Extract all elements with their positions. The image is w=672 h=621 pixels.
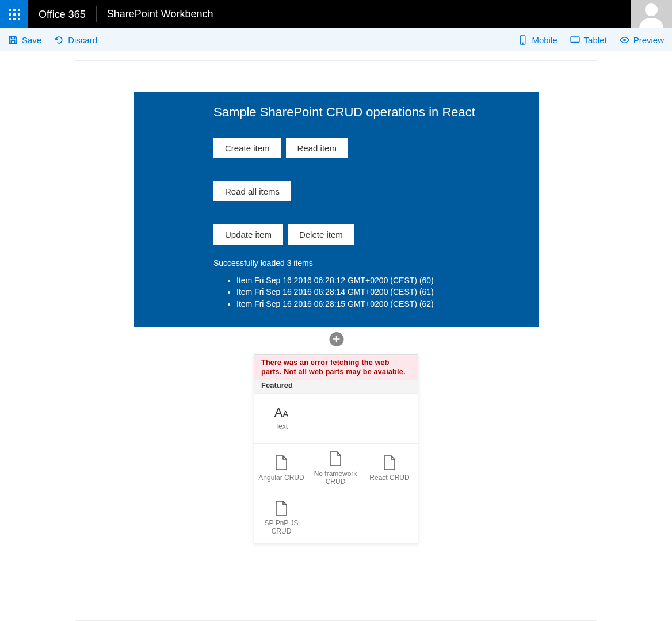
update-item-button[interactable]: Update item (213, 224, 283, 245)
svg-rect-6 (9, 18, 11, 20)
picker-item-no-framework-crud[interactable]: No framework CRUD (308, 444, 362, 493)
picker-label: No framework CRUD (312, 470, 358, 486)
eye-icon (620, 35, 629, 45)
picker-heading: Featured (254, 380, 418, 394)
picker-label: Text (275, 422, 288, 430)
brand-label: Office 365 (28, 6, 97, 22)
status-message: Successfully loaded 3 items (213, 258, 528, 268)
create-item-button[interactable]: Create item (213, 138, 281, 158)
save-icon (8, 35, 18, 45)
results-list: Item Fri Sep 16 2016 06:28:12 GMT+0200 (… (213, 275, 528, 310)
crud-webpart: Sample SharePoint CRUD operations in Rea… (134, 92, 539, 327)
mobile-icon (518, 35, 528, 45)
command-bar: Save Discard Mobile Tablet Preview (0, 28, 672, 51)
user-avatar[interactable] (631, 0, 672, 28)
svg-point-13 (623, 39, 625, 41)
svg-rect-0 (9, 9, 11, 11)
picker-label: SP PnP JS CRUD (258, 519, 304, 536)
picker-label: Angular CRUD (258, 474, 304, 482)
tablet-label: Tablet (584, 35, 607, 45)
preview-button[interactable]: Preview (620, 35, 664, 45)
read-all-items-button[interactable]: Read all items (213, 181, 291, 201)
waffle-icon (9, 9, 20, 20)
save-label: Save (22, 35, 41, 45)
svg-rect-7 (13, 18, 16, 20)
list-item: Item Fri Sep 16 2016 06:28:15 GMT+0200 (… (236, 298, 528, 310)
save-button[interactable]: Save (8, 35, 41, 45)
mobile-button[interactable]: Mobile (518, 35, 557, 45)
list-item: Item Fri Sep 16 2016 06:28:12 GMT+0200 (… (236, 275, 528, 286)
read-item-button[interactable]: Read item (286, 138, 348, 158)
picker-error: There was an error fetching the web part… (254, 355, 418, 380)
text-icon: AA (274, 406, 289, 419)
button-row-1: Create item Read item (213, 138, 528, 158)
page-icon (275, 455, 288, 470)
section-divider (119, 340, 553, 354)
picker-item-text[interactable]: AA Text (254, 394, 308, 443)
preview-label: Preview (633, 35, 664, 45)
app-launcher-waffle[interactable] (0, 0, 28, 28)
picker-item-react-crud[interactable]: React CRUD (362, 444, 417, 493)
svg-point-9 (645, 3, 658, 16)
picker-item-sp-pnp-crud[interactable]: SP PnP JS CRUD (254, 493, 308, 543)
button-row-3: Update item Delete item (213, 224, 528, 245)
undo-icon (54, 35, 64, 45)
page-icon (383, 455, 396, 470)
svg-rect-12 (571, 36, 579, 41)
page-icon (275, 501, 288, 516)
discard-label: Discard (68, 35, 97, 45)
add-webpart-button[interactable] (329, 332, 343, 346)
svg-rect-2 (18, 9, 20, 11)
svg-rect-8 (18, 18, 20, 20)
picker-item-angular-crud[interactable]: Angular CRUD (254, 444, 308, 493)
tablet-button[interactable]: Tablet (570, 35, 607, 45)
person-icon (637, 0, 666, 28)
button-row-2: Read all items (213, 181, 528, 201)
mobile-label: Mobile (532, 35, 557, 45)
webpart-title: Sample SharePoint CRUD operations in Rea… (213, 105, 528, 120)
workbench-canvas-wrap: Sample SharePoint CRUD operations in Rea… (0, 51, 672, 621)
picker-label: React CRUD (369, 474, 409, 482)
svg-rect-1 (13, 9, 16, 11)
plus-icon (333, 335, 341, 343)
discard-button[interactable]: Discard (54, 35, 97, 45)
svg-rect-5 (18, 13, 20, 16)
svg-rect-4 (13, 13, 16, 16)
svg-point-11 (522, 42, 524, 43)
page-icon (329, 451, 342, 466)
svg-rect-3 (9, 13, 11, 16)
workbench-canvas: Sample SharePoint CRUD operations in Rea… (75, 60, 597, 621)
tablet-icon (570, 35, 580, 45)
list-item: Item Fri Sep 16 2016 06:28:14 GMT+0200 (… (236, 286, 528, 298)
delete-item-button[interactable]: Delete item (288, 224, 354, 245)
webpart-picker: There was an error fetching the web part… (254, 354, 418, 544)
suite-bar: Office 365 SharePoint Workbench (0, 0, 672, 28)
app-title: SharePoint Workbench (97, 8, 224, 20)
